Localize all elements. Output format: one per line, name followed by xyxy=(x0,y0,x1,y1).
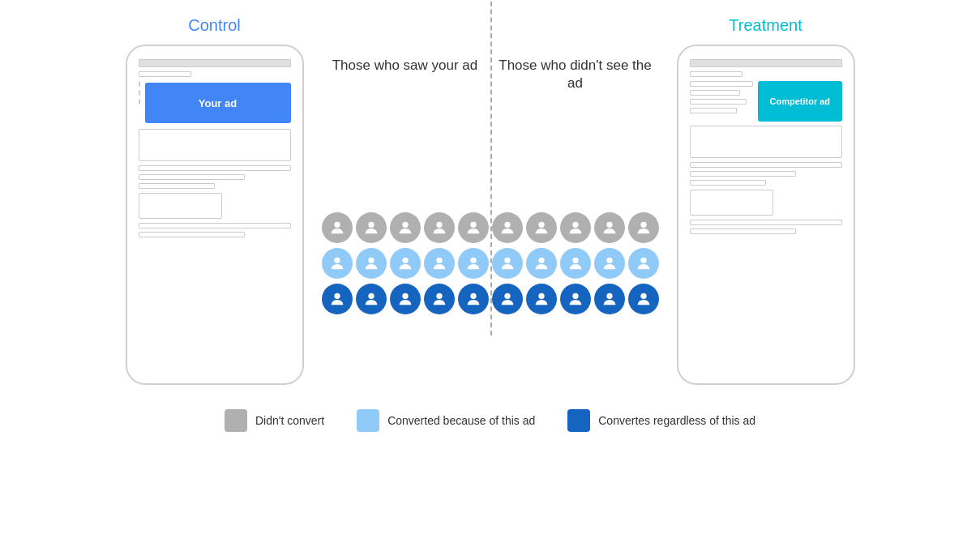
text-bar xyxy=(139,223,291,229)
text-bar xyxy=(690,99,747,105)
text-bar xyxy=(690,229,797,234)
svg-point-18 xyxy=(606,258,612,263)
content-box-1 xyxy=(139,129,291,161)
person-icon-dark-blue xyxy=(628,284,659,314)
text-bar xyxy=(690,220,842,225)
person-icon-light-blue xyxy=(560,248,591,279)
control-section: Control You xyxy=(126,16,304,385)
legend-section: Didn't convert Converted because of this… xyxy=(225,409,755,432)
svg-point-5 xyxy=(504,222,510,228)
svg-point-7 xyxy=(572,222,578,228)
text-bar xyxy=(139,174,246,180)
person-icon-gray xyxy=(424,212,455,243)
person-icon-gray xyxy=(628,212,659,243)
top-section: Control You xyxy=(0,16,980,385)
text-bar xyxy=(690,162,842,168)
text-lines-t2 xyxy=(690,162,842,186)
text-bar xyxy=(139,232,246,237)
text-lines-t1 xyxy=(690,71,842,77)
person-icon-light-blue xyxy=(424,248,455,279)
text-line xyxy=(139,71,192,77)
svg-point-13 xyxy=(436,258,442,263)
competitor-ad-row: Competitor ad xyxy=(690,81,842,122)
person-icon-gray xyxy=(492,212,523,243)
treatment-title: Treatment xyxy=(729,16,802,35)
svg-point-17 xyxy=(572,258,578,263)
svg-point-22 xyxy=(402,293,408,299)
your-ad-box: Your ad xyxy=(145,83,291,123)
svg-point-28 xyxy=(606,293,612,299)
person-icon-light-blue xyxy=(594,248,625,279)
person-icon-gray xyxy=(560,212,591,243)
control-title: Control xyxy=(188,16,240,35)
people-section xyxy=(320,212,661,319)
svg-point-16 xyxy=(538,258,544,263)
person-icon-dark-blue xyxy=(458,284,489,314)
person-icon-dark-blue xyxy=(322,284,353,314)
person-icon-gray xyxy=(594,212,625,243)
person-icon-dark-blue xyxy=(492,284,523,314)
svg-point-2 xyxy=(402,222,408,228)
text-bar xyxy=(690,90,741,96)
text-bar xyxy=(690,108,738,113)
content-box-small xyxy=(139,193,222,219)
svg-point-0 xyxy=(334,222,340,228)
treatment-phone-content: Competitor ad xyxy=(690,59,842,234)
legend-square-light-blue xyxy=(357,409,379,432)
text-col-left xyxy=(139,81,140,105)
svg-point-21 xyxy=(368,293,374,299)
person-icon-dark-blue xyxy=(390,284,421,314)
text-bar xyxy=(139,90,140,96)
legend-item-3: Convertes regardless of this ad xyxy=(567,409,755,432)
text-bar xyxy=(139,183,215,189)
svg-point-29 xyxy=(640,293,646,299)
person-icon-gray xyxy=(390,212,421,243)
person-icon-light-blue xyxy=(322,248,353,279)
legend-label-2: Converted because of this ad xyxy=(387,414,535,427)
svg-point-1 xyxy=(368,222,374,228)
person-icon-light-blue xyxy=(628,248,659,279)
content-box-small-t xyxy=(690,190,773,216)
text-lines-t3 xyxy=(690,220,842,234)
legend-label-1: Didn't convert xyxy=(255,414,324,427)
text-bar xyxy=(690,180,766,186)
svg-point-20 xyxy=(334,293,340,299)
svg-point-25 xyxy=(504,293,510,299)
person-icon-gray xyxy=(526,212,557,243)
svg-point-3 xyxy=(436,222,442,228)
control-phone-content: Your ad xyxy=(139,59,291,237)
person-icon-light-blue xyxy=(458,248,489,279)
right-label: Those who didn't see the ad xyxy=(490,57,661,92)
svg-point-8 xyxy=(606,222,612,228)
svg-point-19 xyxy=(640,258,646,263)
legend-square-gray xyxy=(225,409,247,432)
svg-point-10 xyxy=(334,258,340,263)
competitor-ad-box: Competitor ad xyxy=(758,81,841,122)
text-line xyxy=(690,71,743,77)
legend-label-3: Convertes regardless of this ad xyxy=(598,414,755,427)
person-icon-light-blue xyxy=(492,248,523,279)
text-bar xyxy=(690,81,754,87)
text-lines-2 xyxy=(139,165,291,189)
control-phone: Your ad xyxy=(126,45,304,385)
legend-item-2: Converted because of this ad xyxy=(357,409,535,432)
person-icon-light-blue xyxy=(526,248,557,279)
svg-point-26 xyxy=(538,293,544,299)
person-icon-gray xyxy=(458,212,489,243)
person-icon-light-blue xyxy=(390,248,421,279)
ad-row: Your ad xyxy=(139,81,291,125)
legend-square-dark-blue xyxy=(567,409,590,432)
svg-point-11 xyxy=(368,258,374,263)
svg-point-23 xyxy=(436,293,442,299)
treatment-phone: Competitor ad xyxy=(677,45,855,385)
legend-item-1: Didn't convert xyxy=(225,409,324,432)
person-icon-dark-blue xyxy=(356,284,387,314)
person-icon-gray xyxy=(322,212,353,243)
text-bar xyxy=(139,99,140,105)
treatment-section: Treatment xyxy=(677,16,855,385)
dashed-divider xyxy=(490,0,492,335)
content-box-t1 xyxy=(690,126,842,158)
svg-point-9 xyxy=(640,222,646,228)
text-bar xyxy=(139,165,291,171)
text-col-left-t xyxy=(690,81,754,113)
